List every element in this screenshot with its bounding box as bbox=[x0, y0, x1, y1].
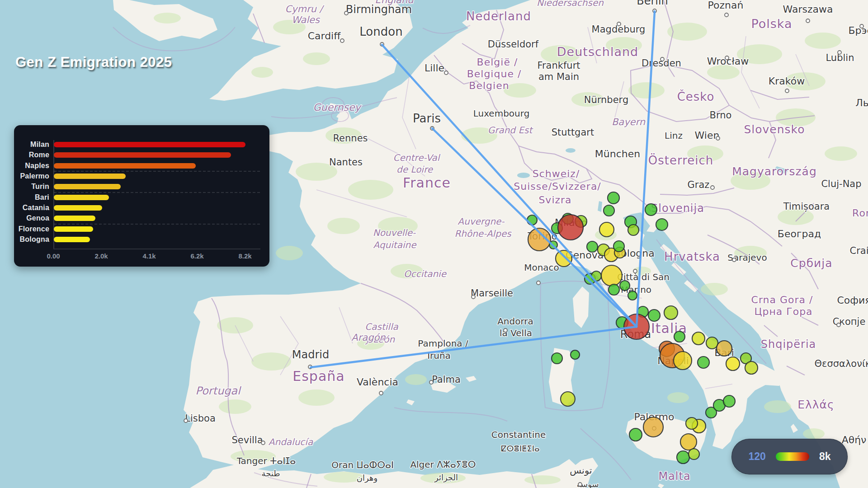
map-label: Andalucía bbox=[269, 436, 313, 447]
emigration-bubble[interactable] bbox=[692, 332, 705, 345]
legend-gradient-bar bbox=[776, 452, 809, 461]
town-dot-icon bbox=[444, 71, 448, 75]
emigration-bubble[interactable] bbox=[629, 428, 642, 441]
emigration-bubble[interactable] bbox=[643, 417, 663, 437]
chart-category-label: Milan bbox=[14, 141, 54, 149]
chart-x-tick: 4.1k bbox=[142, 252, 156, 260]
chart-category-label: Bari bbox=[14, 193, 54, 202]
chart-bar bbox=[54, 205, 102, 211]
map-label: Slovensko bbox=[744, 123, 805, 136]
chart-row-catania: Catania bbox=[14, 203, 261, 212]
map-label: Centre-Val bbox=[393, 152, 441, 163]
map-label: Andorra bbox=[497, 316, 533, 327]
map-label: Nouvelle- bbox=[373, 227, 416, 238]
chart-bar bbox=[54, 184, 121, 189]
emigration-bubble[interactable] bbox=[558, 215, 583, 240]
town-dot-icon bbox=[379, 391, 383, 395]
map-label: Düsseldorf bbox=[488, 39, 539, 50]
emigration-bubble[interactable] bbox=[664, 306, 678, 319]
emigration-bubble[interactable] bbox=[604, 205, 614, 216]
emigration-bubble[interactable] bbox=[628, 291, 637, 300]
chart-row-florence: Florence bbox=[14, 225, 261, 234]
map-label: Berlin bbox=[637, 0, 668, 7]
map-label: Niedersachsen bbox=[537, 0, 604, 8]
emigration-bubble[interactable] bbox=[599, 222, 614, 237]
map-label: Црна Гора bbox=[754, 306, 812, 317]
map-label: Svizra bbox=[538, 194, 571, 206]
town-dot-icon bbox=[537, 281, 540, 285]
map-label: Oran ⵡⴰⵀⵔⴰⵏ bbox=[331, 460, 394, 470]
map-label: Česko bbox=[677, 89, 715, 103]
chart-bar bbox=[54, 237, 90, 242]
emigration-bubble[interactable] bbox=[717, 341, 732, 356]
emigration-bubble[interactable] bbox=[645, 204, 657, 216]
chart-bar bbox=[54, 226, 93, 232]
map-label: Hrvatska bbox=[664, 250, 720, 263]
color-scale-legend: 120 8k bbox=[731, 439, 848, 474]
chart-bar bbox=[54, 163, 196, 169]
map-label: Malta bbox=[658, 470, 690, 483]
map-label: طنجة bbox=[261, 469, 280, 478]
map-label: Lisboa bbox=[185, 413, 216, 424]
emigration-bubble[interactable] bbox=[648, 310, 660, 321]
town-dot-icon bbox=[660, 57, 664, 61]
map-label: Cluj-Nap bbox=[821, 178, 861, 189]
emigration-bubble[interactable] bbox=[726, 357, 740, 371]
town-dot-icon bbox=[340, 39, 344, 42]
emigration-bubble[interactable] bbox=[698, 357, 709, 368]
emigration-bubble[interactable] bbox=[689, 449, 699, 460]
map-label: Kraków bbox=[769, 75, 805, 87]
map-label: София bbox=[837, 295, 868, 306]
emigration-bubble[interactable] bbox=[745, 361, 758, 374]
emigration-bubble[interactable] bbox=[674, 331, 685, 342]
chart-row-milan: Milan bbox=[14, 140, 261, 149]
map-label: de Loire bbox=[396, 164, 434, 175]
map-label: Guernsey bbox=[313, 102, 362, 113]
chart-category-label: Bologna bbox=[14, 235, 54, 244]
map-label: Grand Est bbox=[488, 125, 534, 136]
page-title: Gen Z Emigration 2025 bbox=[15, 54, 172, 70]
town-dot-icon bbox=[261, 441, 265, 445]
chart-row-palermo: Palermo bbox=[14, 172, 261, 181]
emigration-bubble[interactable] bbox=[552, 353, 562, 364]
map-label: Брэс bbox=[848, 25, 868, 36]
chart-category-label: Turin bbox=[14, 183, 54, 191]
town-dot-icon bbox=[344, 11, 348, 15]
emigration-bubble[interactable] bbox=[601, 265, 622, 286]
chart-category-label: Genoa bbox=[14, 214, 54, 222]
emigration-bubble[interactable] bbox=[620, 281, 630, 291]
emigration-bubble[interactable] bbox=[656, 219, 668, 230]
emigration-bubble[interactable] bbox=[613, 241, 624, 252]
emigration-bubble[interactable] bbox=[587, 241, 598, 252]
map-label: Pamplona / bbox=[418, 338, 468, 349]
chart-bar bbox=[54, 142, 245, 147]
map-label: England bbox=[375, 0, 415, 5]
town-dot-icon bbox=[429, 380, 433, 384]
emigration-bubble[interactable] bbox=[527, 215, 537, 225]
map-label: Aragón bbox=[351, 332, 386, 343]
chart-category-label: Naples bbox=[14, 162, 54, 170]
map-label: Αθήν bbox=[842, 434, 867, 446]
emigration-bubble[interactable] bbox=[686, 418, 698, 429]
map-label: Rennes bbox=[333, 133, 368, 144]
emigration-bubble[interactable] bbox=[680, 434, 697, 450]
map-label: Brno bbox=[710, 110, 732, 121]
legend-min-value: 120 bbox=[749, 450, 766, 463]
chart-x-tick: 2.0k bbox=[94, 252, 108, 260]
town-dot-icon bbox=[716, 136, 720, 140]
emigration-bubble[interactable] bbox=[677, 451, 689, 464]
emigration-bubble[interactable] bbox=[609, 284, 619, 295]
emigration-bubble[interactable] bbox=[706, 337, 718, 349]
emigration-bubble[interactable] bbox=[608, 192, 619, 204]
emigration-bubble[interactable] bbox=[674, 352, 692, 370]
map-label: Graz bbox=[688, 179, 710, 190]
map-label: België / bbox=[477, 56, 518, 68]
app-window: BirminghamLondonCardiffGuernseyRennesNan… bbox=[0, 0, 868, 488]
emigration-bubble[interactable] bbox=[561, 392, 575, 406]
chart-row-bologna: Bologna bbox=[14, 235, 261, 244]
map-label: Nürnberg bbox=[584, 94, 628, 105]
emigration-bubble[interactable] bbox=[723, 395, 735, 407]
emigration-bubble[interactable] bbox=[571, 350, 580, 359]
chart-bar bbox=[54, 174, 126, 179]
emigration-bubble[interactable] bbox=[628, 225, 639, 235]
